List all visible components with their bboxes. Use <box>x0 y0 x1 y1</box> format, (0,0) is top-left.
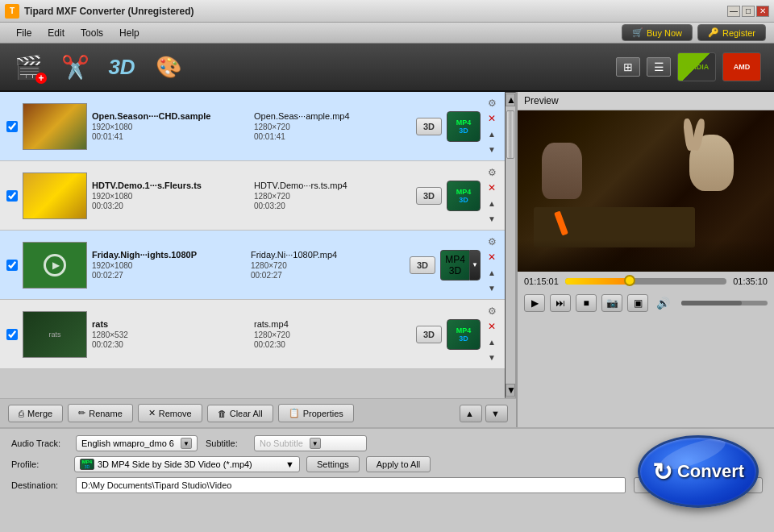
table-row[interactable]: rats rats 1280×532 00:02:30 rats.mp4 128… <box>0 300 505 369</box>
format-button-2[interactable]: MP4 3D <box>447 181 481 211</box>
down-icon-3[interactable]: ▼ <box>485 281 498 294</box>
clear-all-button[interactable]: 🗑 Clear All <box>207 405 273 422</box>
table-row[interactable]: Open.Season····CHD.sample 1920×1080 00:0… <box>0 92 505 161</box>
settings-icon-3[interactable]: ⚙ <box>485 235 498 248</box>
stop-button[interactable]: ■ <box>576 294 597 312</box>
subtitle-dropdown-arrow[interactable]: ▼ <box>310 438 321 449</box>
timeline-bar[interactable] <box>565 278 726 285</box>
profile-value: 3D MP4 Side by Side 3D Video (*.mp4) <box>98 459 252 469</box>
merge-button[interactable]: ⎙ Merge <box>8 405 63 422</box>
rename-button[interactable]: ✏ Rename <box>68 404 133 422</box>
file-checkbox-2[interactable] <box>6 190 18 202</box>
format-dropdown-3[interactable]: MP4 3D ▼ <box>440 250 481 281</box>
effect-button[interactable]: 🎨 <box>153 52 184 82</box>
scroll-up-button[interactable]: ▲ <box>506 94 515 106</box>
file-output-3: Friday.Ni···1080P.mp4 1280×720 00:02:27 <box>251 250 405 280</box>
remove-button[interactable]: ✕ Remove <box>138 404 202 422</box>
maximize-button[interactable]: □ <box>742 6 755 17</box>
plus-icon: + <box>35 73 47 84</box>
snapshot-button[interactable]: 📷 <box>601 294 622 312</box>
file-output-2: HDTV.Demo···rs.ts.mp4 1280×720 00:03:20 <box>254 181 411 210</box>
output-dur-1: 00:01:41 <box>254 132 411 141</box>
3d-label-2: 3D <box>459 196 468 204</box>
menu-tools[interactable]: Tools <box>73 26 111 40</box>
3d-label-4: 3D <box>459 335 468 343</box>
convert-3d-button[interactable]: 3D <box>106 52 137 82</box>
edit-button[interactable]: ✂️ <box>60 52 90 82</box>
timeline-thumb[interactable] <box>624 275 635 286</box>
file-info-3: Friday.Nigh···ights.1080P 1920×1080 00:0… <box>92 250 246 280</box>
file-output-1: Open.Seas···ample.mp4 1280×720 00:01:41 <box>254 111 411 141</box>
file-duration-4: 00:02:30 <box>92 340 249 349</box>
move-up-button[interactable]: ▲ <box>460 405 482 422</box>
add-file-button[interactable]: 🎬 + <box>13 52 44 82</box>
grid-view-button[interactable]: ⊞ <box>616 57 640 77</box>
move-down-button[interactable]: ▼ <box>485 405 508 422</box>
up-icon-3[interactable]: ▲ <box>485 266 498 279</box>
format-button-4[interactable]: MP4 3D <box>447 319 481 350</box>
menu-edit[interactable]: Edit <box>40 26 73 40</box>
profile-dropdown-arrow[interactable]: ▼ <box>285 459 294 469</box>
output-dur-3: 00:02:27 <box>251 271 405 280</box>
format-button-1[interactable]: MP4 3D <box>447 111 481 142</box>
down-icon-1[interactable]: ▼ <box>485 143 498 156</box>
character-left <box>542 143 582 199</box>
up-icon-1[interactable]: ▲ <box>485 127 498 140</box>
convert-button[interactable]: ↻ Convert <box>638 435 759 508</box>
apply-to-all-button[interactable]: Apply to All <box>366 456 431 472</box>
table-row[interactable]: ▶ Friday.Nigh···ights.1080P 1920×1080 00… <box>0 231 505 300</box>
output-name-2: HDTV.Demo···rs.ts.mp4 <box>254 181 411 190</box>
file-checkbox-4[interactable] <box>6 329 18 340</box>
close-button[interactable]: ✕ <box>756 6 769 17</box>
audio-dropdown-arrow[interactable]: ▼ <box>181 438 192 449</box>
3d-button-2[interactable]: 3D <box>416 187 442 205</box>
menu-help[interactable]: Help <box>111 26 148 40</box>
remove-icon-3[interactable]: ✕ <box>485 251 498 264</box>
format-main-3[interactable]: MP4 3D <box>440 250 469 281</box>
step-forward-button[interactable]: ⏭ <box>550 294 571 312</box>
settings-icon-4[interactable]: ⚙ <box>485 305 498 318</box>
profile-select[interactable]: MP4 3D 3D MP4 Side by Side 3D Video (*.m… <box>74 456 300 472</box>
scroll-thumb[interactable] <box>506 110 514 159</box>
clip-button[interactable]: ▣ <box>627 294 648 312</box>
output-dur-2: 00:03:20 <box>254 202 411 210</box>
settings-button[interactable]: Settings <box>306 456 360 472</box>
mp4-label-4: MP4 <box>456 326 472 335</box>
settings-icon-1[interactable]: ⚙ <box>485 97 498 110</box>
3d-button-1[interactable]: 3D <box>416 118 442 135</box>
table-row[interactable]: HDTV.Demo.1···s.Fleurs.ts 1920×1080 00:0… <box>0 161 505 231</box>
remove-icon-2[interactable]: ✕ <box>485 181 498 194</box>
audio-track-select[interactable]: English wmapro_dmo 6 ▼ <box>76 435 198 451</box>
down-icon-4[interactable]: ▼ <box>485 351 498 364</box>
scroll-down-button[interactable]: ▼ <box>506 384 515 397</box>
register-button[interactable]: 🔑 Register <box>697 24 766 41</box>
destination-input[interactable] <box>76 477 626 493</box>
format-dropdown-arrow-3[interactable]: ▼ <box>469 250 481 281</box>
preview-controls: ▶ ⏭ ■ 📷 ▣ 🔊 <box>518 291 774 315</box>
down-icon-2[interactable]: ▼ <box>485 212 498 225</box>
3d-button-3[interactable]: 3D <box>410 256 435 274</box>
menu-file[interactable]: File <box>8 26 40 40</box>
file-checkbox-1[interactable] <box>6 121 18 132</box>
up-icon-4[interactable]: ▲ <box>485 335 498 348</box>
remove-icon-4[interactable]: ✕ <box>485 320 498 333</box>
file-name-2: HDTV.Demo.1···s.Fleurs.ts <box>92 181 249 190</box>
remove-icon-1[interactable]: ✕ <box>485 112 498 125</box>
list-scrollbar[interactable]: ▲ ▼ <box>505 92 516 398</box>
subtitle-select[interactable]: No Subtitle ▼ <box>254 435 367 451</box>
title-bar: T Tipard MXF Converter (Unregistered) — … <box>0 0 774 23</box>
minimize-button[interactable]: — <box>727 6 740 17</box>
file-checkbox-3[interactable] <box>6 260 18 271</box>
preview-video <box>518 110 774 272</box>
settings-icon-2[interactable]: ⚙ <box>485 166 498 179</box>
3d-button-4[interactable]: 3D <box>416 326 442 343</box>
time-start: 01:15:01 <box>524 276 559 286</box>
up-icon-2[interactable]: ▲ <box>485 197 498 210</box>
effect-icon: 🎨 <box>153 52 184 82</box>
properties-button[interactable]: 📋 Properties <box>278 404 354 422</box>
play-button[interactable]: ▶ <box>524 294 545 312</box>
list-view-button[interactable]: ☰ <box>647 57 671 77</box>
file-name-4: rats <box>92 319 249 329</box>
volume-bar[interactable] <box>681 301 768 305</box>
buy-now-button[interactable]: 🛒 Buy Now <box>622 24 693 41</box>
